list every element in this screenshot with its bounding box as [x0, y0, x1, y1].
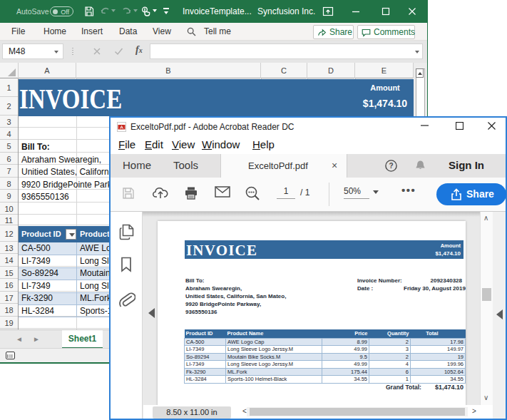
svg-text:?: ?	[389, 162, 393, 170]
